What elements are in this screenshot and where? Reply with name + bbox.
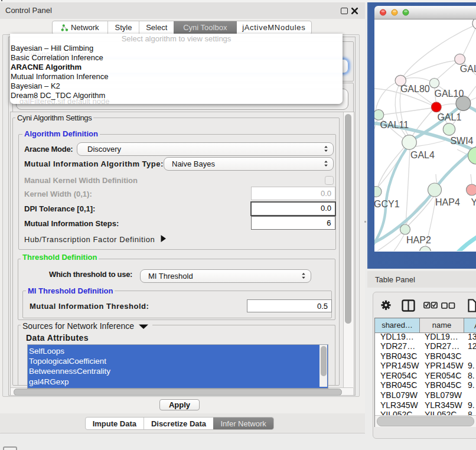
svg-text:GAL80: GAL80 <box>400 84 430 94</box>
svg-text:HAP2: HAP2 <box>406 235 431 245</box>
svg-text:GAL2: GAL2 <box>460 63 476 73</box>
svg-text:GAL1: GAL1 <box>437 112 461 122</box>
svg-text:GAL4: GAL4 <box>410 150 435 160</box>
svg-text:Y: Y <box>471 197 476 207</box>
svg-text:GAL11: GAL11 <box>380 120 409 130</box>
svg-text:SWI4: SWI4 <box>450 136 473 146</box>
svg-text:HAP4: HAP4 <box>435 197 460 207</box>
svg-text:GCY1: GCY1 <box>374 199 400 209</box>
svg-text:GAL10: GAL10 <box>435 88 464 98</box>
